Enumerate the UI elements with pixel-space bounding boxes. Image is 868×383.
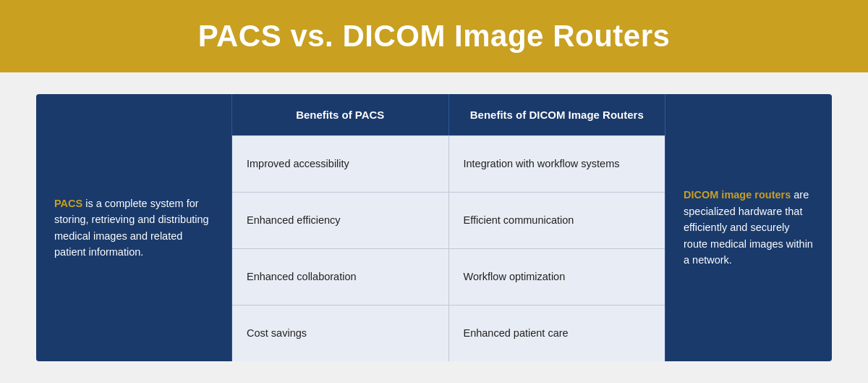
left-description-text: PACS is a complete system for storing, r… <box>54 195 213 261</box>
cell-row1-col1: Improved accessibility <box>232 136 449 192</box>
cell-row2-col1: Enhanced efficiency <box>232 193 449 248</box>
table-header-row: Benefits of PACS Benefits of DICOM Image… <box>232 94 665 135</box>
right-description: DICOM image routers are specialized hard… <box>665 94 832 361</box>
main-content: PACS is a complete system for storing, r… <box>0 72 868 383</box>
cell-row3-col2: Workflow optimization <box>449 249 665 305</box>
page-title: PACS vs. DICOM Image Routers <box>198 19 671 54</box>
right-description-text: DICOM image routers are specialized hard… <box>684 187 814 268</box>
page-header: PACS vs. DICOM Image Routers <box>0 0 868 72</box>
benefits-table: Benefits of PACS Benefits of DICOM Image… <box>231 94 665 361</box>
cell-row4-col1: Cost savings <box>232 306 449 361</box>
table-row: Cost savings Enhanced patient care <box>232 305 665 361</box>
comparison-table: PACS is a complete system for storing, r… <box>36 94 832 361</box>
cell-row4-col2: Enhanced patient care <box>449 306 665 361</box>
col1-header: Benefits of PACS <box>232 94 449 135</box>
cell-row3-col1: Enhanced collaboration <box>232 249 449 305</box>
pacs-label: PACS <box>54 198 82 209</box>
col2-header: Benefits of DICOM Image Routers <box>449 94 665 135</box>
table-body: Improved accessibility Integration with … <box>232 135 665 361</box>
dicom-label: DICOM image routers <box>684 189 791 201</box>
table-row: Enhanced efficiency Efficient communicat… <box>232 192 665 248</box>
table-row: Enhanced collaboration Workflow optimiza… <box>232 248 665 305</box>
cell-row2-col2: Efficient communication <box>449 193 665 248</box>
cell-row1-col2: Integration with workflow systems <box>449 136 665 192</box>
left-description: PACS is a complete system for storing, r… <box>36 94 231 361</box>
table-row: Improved accessibility Integration with … <box>232 135 665 192</box>
